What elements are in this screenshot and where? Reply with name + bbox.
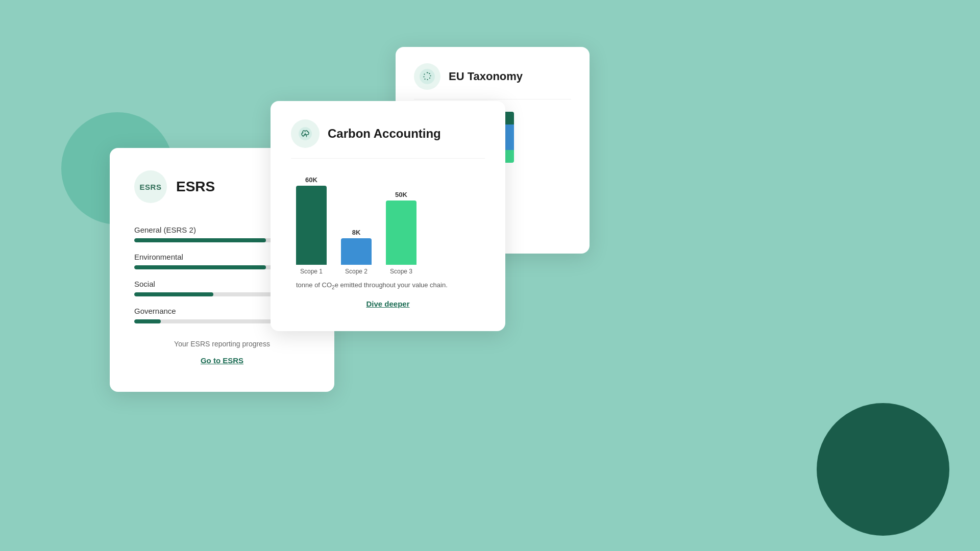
svg-point-4 bbox=[427, 72, 428, 73]
progress-label-environmental: Environmental bbox=[134, 253, 183, 261]
bar-bottom-label-scope2: Scope 2 bbox=[345, 268, 368, 275]
svg-point-5 bbox=[429, 73, 430, 74]
bar-scope1 bbox=[296, 186, 327, 265]
carbon-chart-note: tonne of CO2e emitted throughout your va… bbox=[291, 281, 485, 290]
svg-point-11 bbox=[424, 73, 425, 74]
svg-point-1 bbox=[420, 69, 435, 84]
carbon-bar-chart: 60K Scope 1 8K Scope 2 50K Scope 3 bbox=[291, 173, 485, 275]
esrs-badge: ESRS bbox=[134, 170, 167, 203]
svg-point-8 bbox=[427, 79, 428, 80]
bar-group-scope3: 50K Scope 3 bbox=[386, 178, 416, 275]
progress-bar-fill-governance bbox=[134, 319, 161, 323]
esrs-footer-text: Your ESRS reporting progress bbox=[134, 340, 310, 348]
progress-bar-fill-general bbox=[134, 238, 266, 242]
eu-header: EU Taxonomy bbox=[414, 63, 571, 99]
bg-decoration-shape-right bbox=[817, 403, 949, 536]
carbon-title: Carbon Accounting bbox=[328, 127, 441, 141]
eu-stars-icon bbox=[419, 68, 435, 85]
eu-icon-circle bbox=[414, 63, 440, 90]
carbon-footer: Dive deeper bbox=[291, 299, 485, 309]
progress-bar-fill-environmental bbox=[134, 265, 266, 269]
bar-label-50k: 50K bbox=[395, 191, 407, 198]
bar-bottom-label-scope3: Scope 3 bbox=[390, 268, 412, 275]
eu-title: EU Taxonomy bbox=[449, 70, 523, 83]
svg-point-6 bbox=[430, 75, 431, 76]
bar-scope2 bbox=[341, 238, 372, 265]
bar-group-scope2: 8K Scope 2 bbox=[341, 178, 372, 275]
bar-label-8k: 8K bbox=[352, 229, 361, 236]
progress-label-governance: Governance bbox=[134, 307, 176, 315]
carbon-accounting-card: Carbon Accounting 60K Scope 1 8K Scope 2… bbox=[271, 101, 505, 331]
carbon-icon-circle bbox=[291, 119, 320, 148]
esrs-footer: Your ESRS reporting progress Go to ESRS bbox=[134, 340, 310, 365]
esrs-title: ESRS bbox=[176, 179, 215, 195]
dive-deeper-link[interactable]: Dive deeper bbox=[366, 299, 409, 308]
svg-point-10 bbox=[423, 76, 424, 77]
go-to-esrs-link[interactable]: Go to ESRS bbox=[201, 356, 243, 365]
bar-scope3 bbox=[386, 201, 416, 265]
bar-label-60k: 60K bbox=[305, 176, 317, 184]
progress-bar-fill-social bbox=[134, 292, 213, 296]
progress-label-general: General (ESRS 2) bbox=[134, 226, 196, 234]
carbon-icon bbox=[298, 127, 312, 141]
svg-point-7 bbox=[429, 78, 430, 79]
progress-label-social: Social bbox=[134, 280, 155, 288]
bar-group-scope1: 60K Scope 1 bbox=[296, 176, 327, 275]
carbon-header: Carbon Accounting bbox=[291, 119, 485, 159]
svg-point-9 bbox=[424, 79, 425, 80]
bar-bottom-label-scope1: Scope 1 bbox=[300, 268, 323, 275]
